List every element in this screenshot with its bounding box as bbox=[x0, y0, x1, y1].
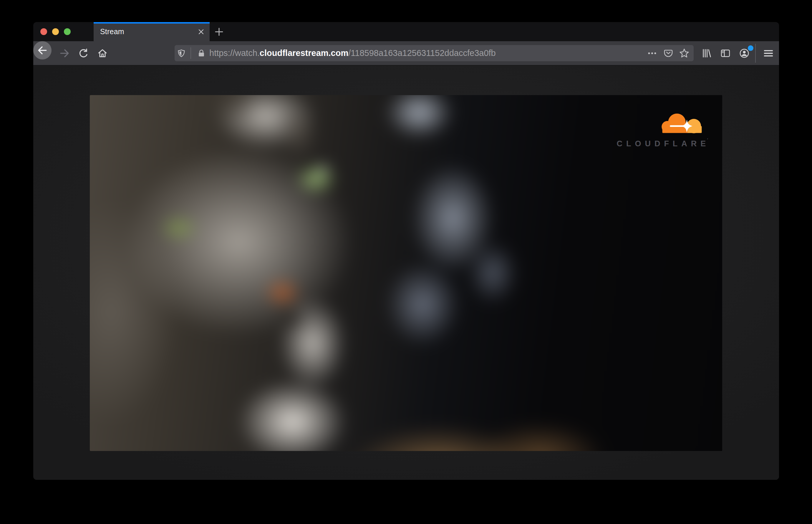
tracking-protection-shield-icon bbox=[177, 49, 186, 58]
cloudflare-watermark-text: CLOUDFLARE’ bbox=[609, 137, 708, 148]
close-icon bbox=[197, 28, 205, 35]
toolbar-separator bbox=[755, 44, 756, 63]
reload-button[interactable] bbox=[77, 46, 91, 60]
page-content: CLOUDFLARE’ bbox=[33, 66, 779, 480]
address-bar[interactable]: https://watch.cloudflarestream.com/11859… bbox=[175, 45, 694, 61]
lock-icon bbox=[197, 49, 206, 58]
site-security-button[interactable] bbox=[195, 47, 207, 59]
home-icon bbox=[97, 48, 108, 59]
sidebar-button[interactable] bbox=[718, 46, 732, 60]
plus-icon bbox=[214, 27, 224, 37]
video-frame-blurred-cat bbox=[90, 95, 722, 451]
url-host: cloudflarestream.com bbox=[260, 48, 348, 58]
url-path: /118598a163a125631152ddaccfe3a0fb bbox=[348, 48, 496, 58]
page-actions-button[interactable] bbox=[646, 47, 658, 59]
active-tab-indicator bbox=[94, 22, 210, 23]
save-to-pocket-button[interactable] bbox=[663, 47, 674, 59]
forward-icon bbox=[59, 48, 70, 59]
url-bar-separator bbox=[191, 47, 191, 59]
window-controls bbox=[40, 28, 71, 35]
cloudflare-watermark: CLOUDFLARE’ bbox=[609, 112, 704, 148]
window-close-button[interactable] bbox=[40, 28, 47, 35]
window-minimize-button[interactable] bbox=[52, 28, 59, 35]
library-button[interactable] bbox=[700, 46, 714, 60]
video-player[interactable]: CLOUDFLARE’ bbox=[90, 95, 722, 451]
menu-button[interactable] bbox=[761, 46, 776, 60]
trademark-mark: ’ bbox=[707, 137, 708, 142]
tab-bar: Stream bbox=[33, 22, 779, 41]
screen: Stream bbox=[0, 0, 812, 524]
back-icon bbox=[37, 45, 48, 56]
window-zoom-button[interactable] bbox=[64, 28, 71, 35]
reload-icon bbox=[78, 48, 89, 59]
cloudflare-cloud-icon bbox=[657, 112, 704, 134]
url-text: https://watch.cloudflarestream.com/11859… bbox=[209, 45, 496, 61]
navigation-toolbar: https://watch.cloudflarestream.com/11859… bbox=[33, 41, 779, 65]
bookmark-star-icon bbox=[679, 48, 689, 59]
new-tab-button[interactable] bbox=[212, 25, 226, 39]
page-actions-ellipsis-icon bbox=[647, 48, 657, 58]
back-button[interactable] bbox=[33, 41, 51, 60]
tracking-protection-button[interactable] bbox=[176, 47, 187, 59]
library-icon bbox=[701, 48, 712, 59]
tab-stream[interactable]: Stream bbox=[94, 22, 210, 41]
sidebar-icon bbox=[720, 48, 731, 59]
tab-close-button[interactable] bbox=[197, 28, 205, 35]
tab-title: Stream bbox=[100, 27, 124, 36]
bookmark-button[interactable] bbox=[678, 47, 690, 59]
url-scheme-subdomain: https://watch. bbox=[209, 48, 260, 58]
menu-icon bbox=[763, 48, 774, 59]
home-button[interactable] bbox=[95, 46, 110, 60]
account-notification-badge bbox=[748, 45, 753, 51]
pocket-icon bbox=[663, 48, 673, 58]
forward-button[interactable] bbox=[58, 46, 71, 60]
browser-window: Stream bbox=[33, 22, 779, 480]
